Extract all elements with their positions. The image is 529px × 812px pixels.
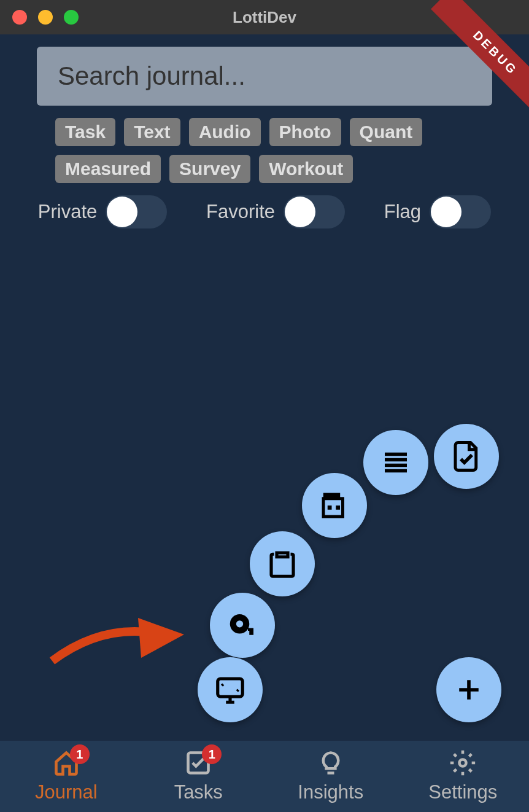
svg-rect-1 bbox=[336, 506, 340, 510]
toggle-flag: Flag bbox=[384, 195, 491, 228]
monitor-icon bbox=[214, 673, 247, 706]
nav-tasks-badge: 1 bbox=[202, 744, 222, 764]
toggle-flag-label: Flag bbox=[384, 201, 421, 223]
filter-chip-task[interactable]: Task bbox=[55, 118, 115, 146]
fab-action-photo[interactable] bbox=[302, 473, 367, 538]
minimize-window-button[interactable] bbox=[38, 10, 53, 25]
close-window-button[interactable] bbox=[12, 10, 27, 25]
toggle-private: Private bbox=[38, 195, 167, 228]
fab-action-measure[interactable] bbox=[210, 593, 275, 658]
search-input[interactable] bbox=[58, 61, 471, 91]
svg-point-3 bbox=[236, 620, 243, 627]
plus-icon bbox=[452, 673, 485, 706]
document-check-icon bbox=[450, 440, 483, 473]
toggle-favorite-switch[interactable] bbox=[284, 195, 345, 228]
nav-settings-label: Settings bbox=[428, 781, 497, 803]
nav-settings[interactable]: Settings bbox=[397, 741, 530, 812]
filter-chip-text[interactable]: Text bbox=[124, 118, 180, 146]
maximize-window-button[interactable] bbox=[64, 10, 79, 25]
toggles-row: Private Favorite Flag bbox=[0, 195, 529, 228]
nav-tasks[interactable]: 1 Tasks bbox=[133, 741, 265, 812]
toggle-flag-switch[interactable] bbox=[430, 195, 491, 228]
search-box[interactable] bbox=[37, 47, 492, 106]
tape-measure-icon bbox=[226, 609, 259, 642]
filter-chip-workout[interactable]: Workout bbox=[259, 155, 353, 183]
fab-radial-menu bbox=[173, 391, 504, 722]
filter-chip-quant[interactable]: Quant bbox=[350, 118, 423, 146]
toggle-private-switch[interactable] bbox=[106, 195, 167, 228]
toggle-knob bbox=[431, 197, 461, 227]
home-icon: 1 bbox=[53, 749, 80, 776]
annotation-arrow bbox=[46, 609, 187, 670]
nav-insights[interactable]: Insights bbox=[264, 741, 397, 812]
nav-tasks-label: Tasks bbox=[174, 781, 223, 803]
traffic-lights bbox=[12, 10, 79, 25]
bottom-nav: 1 Journal 1 Tasks Insights Settings bbox=[0, 741, 529, 812]
toggle-favorite: Favorite bbox=[206, 195, 345, 228]
toggle-knob bbox=[285, 197, 315, 227]
fab-action-screen[interactable] bbox=[198, 657, 263, 722]
svg-point-6 bbox=[460, 760, 466, 767]
filter-chip-audio[interactable]: Audio bbox=[189, 118, 261, 146]
toggle-knob bbox=[107, 197, 137, 227]
text-lines-icon bbox=[379, 446, 412, 479]
filter-chips: Task Text Audio Photo Quant Measured Sur… bbox=[55, 118, 474, 183]
toggle-private-label: Private bbox=[38, 201, 97, 223]
filter-chip-measured[interactable]: Measured bbox=[55, 155, 161, 183]
checkbox-icon: 1 bbox=[185, 749, 212, 776]
toggle-favorite-label: Favorite bbox=[206, 201, 275, 223]
fab-add-button[interactable] bbox=[436, 657, 501, 722]
fab-action-task[interactable] bbox=[434, 424, 499, 489]
fab-action-clipboard[interactable] bbox=[250, 531, 315, 596]
window-title: LottiDev bbox=[233, 8, 296, 27]
lightbulb-icon bbox=[317, 749, 344, 776]
nav-insights-label: Insights bbox=[298, 781, 363, 803]
svg-rect-0 bbox=[328, 506, 332, 510]
clipboard-icon bbox=[266, 547, 299, 580]
filter-chip-survey[interactable]: Survey bbox=[169, 155, 250, 183]
nav-journal-badge: 1 bbox=[70, 744, 90, 764]
fab-action-text[interactable] bbox=[363, 430, 428, 495]
svg-rect-4 bbox=[218, 679, 243, 697]
content-area: Task Text Audio Photo Quant Measured Sur… bbox=[0, 34, 529, 741]
nav-journal-label: Journal bbox=[35, 781, 98, 803]
film-roll-icon bbox=[318, 489, 351, 522]
filter-chip-photo[interactable]: Photo bbox=[269, 118, 341, 146]
nav-journal[interactable]: 1 Journal bbox=[0, 741, 133, 812]
gear-icon bbox=[449, 749, 476, 776]
